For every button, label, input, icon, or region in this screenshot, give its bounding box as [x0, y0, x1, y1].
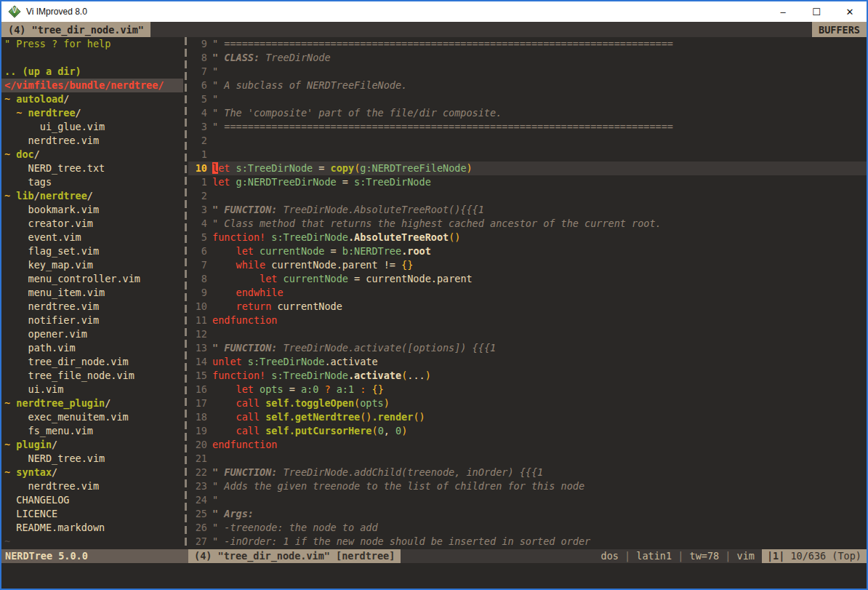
tree-item[interactable]: exec_menuitem.vim [1, 410, 183, 424]
tree-item[interactable]: ~ plugin/ [1, 438, 183, 452]
tree-item[interactable]: NERD_tree.txt [1, 162, 183, 175]
code-text: endfunction [212, 438, 867, 452]
code-line[interactable]: 2 [188, 189, 867, 203]
code-line[interactable]: 25" Args: [188, 507, 867, 521]
code-line[interactable]: 1 [188, 148, 867, 162]
tree-item[interactable]: tree_dir_node.vim [1, 355, 183, 369]
statusline-position: |1| 10/636 (Top) [762, 549, 867, 563]
code-line[interactable]: 24" [188, 493, 867, 507]
code-line[interactable]: 20endfunction [188, 438, 867, 452]
code-text: " Class method that returns the highest … [212, 217, 867, 231]
tree-item[interactable]: nerdtree.vim [1, 479, 183, 493]
code-line[interactable]: 18 call self.getNerdtree().render() [188, 410, 867, 424]
code-line[interactable]: 2 [188, 134, 867, 148]
code-line[interactable]: 7" [188, 65, 867, 79]
line-number: 9 [188, 286, 207, 300]
tree-item[interactable]: .. (up a dir) [1, 65, 183, 79]
line-number: 2 [188, 134, 207, 148]
code-text: " -treenode: the node to add [212, 521, 867, 535]
tree-item[interactable]: menu_controller.vim [1, 272, 183, 286]
code-line[interactable]: 10 return currentNode [188, 300, 867, 314]
code-text: " [212, 92, 867, 106]
code-line[interactable]: 1let g:NERDTreeDirNode = s:TreeDirNode [188, 175, 867, 189]
tree-item[interactable]: README.markdown [1, 521, 183, 535]
code-line[interactable]: 15function! s:TreeDirNode.activate(...) [188, 369, 867, 383]
maximize-button[interactable]: ☐ [800, 1, 833, 22]
line-number: 3 [188, 120, 207, 134]
tree-item[interactable]: tree_file_node.vim [1, 369, 183, 383]
code-line[interactable]: 9" =====================================… [188, 37, 867, 51]
tab-active[interactable]: (4) "tree_dir_node.vim" [1, 22, 150, 37]
tree-item[interactable]: flag_set.vim [1, 244, 183, 258]
tree-item[interactable]: bookmark.vim [1, 203, 183, 217]
tree-item[interactable]: key_map.vim [1, 258, 183, 272]
code-line[interactable]: 6" A subclass of NERDTreeFileNode. [188, 79, 867, 92]
tree-item[interactable]: ~ autoload/ [1, 92, 183, 106]
code-line[interactable]: 3" =====================================… [188, 120, 867, 134]
code-text: let currentNode = currentNode.parent [212, 272, 867, 286]
line-number: 5 [188, 231, 207, 244]
code-text [212, 148, 867, 162]
code-line[interactable]: 16 let opts = a:0 ? a:1 : {} [188, 383, 867, 396]
code-line[interactable]: 13" FUNCTION: TreeDirNode.activate([opti… [188, 341, 867, 355]
tree-item[interactable]: nerdtree.vim [1, 300, 183, 314]
code-line[interactable]: 10let s:TreeDirNode = copy(g:NERDTreeFil… [188, 162, 867, 175]
line-number: 22 [188, 466, 207, 479]
statusline-buffer-section: (4) "tree_dir_node.vim" [nerdtree] dos |… [188, 549, 867, 563]
line-number: 4 [188, 106, 207, 120]
tree-item[interactable]: opener.vim [1, 327, 183, 341]
tree-item[interactable]: tags [1, 175, 183, 189]
tree-item[interactable] [1, 51, 183, 65]
tree-item[interactable]: CHANGELOG [1, 493, 183, 507]
code-line[interactable]: 7 while currentNode.parent != {} [188, 258, 867, 272]
code-line[interactable]: 19 call self.putCursorHere(0, 0) [188, 424, 867, 438]
code-line[interactable]: 4" The 'composite' part of the file/dir … [188, 106, 867, 120]
tree-item[interactable]: " Press ? for help [1, 37, 183, 51]
code-line[interactable]: 5function! s:TreeDirNode.AbsoluteTreeRoo… [188, 231, 867, 244]
code-text: " [212, 493, 867, 507]
code-line[interactable]: 6 let currentNode = b:NERDTree.root [188, 244, 867, 258]
code-line[interactable]: 5" [188, 92, 867, 106]
close-button[interactable]: ✕ [833, 1, 867, 22]
tree-item[interactable]: ui_glue.vim [1, 120, 183, 134]
code-line[interactable]: 17 call self.toggleOpen(opts) [188, 396, 867, 410]
tree-item[interactable]: fs_menu.vim [1, 424, 183, 438]
tree-item[interactable]: ~ [1, 535, 183, 549]
tree-item[interactable]: </vimfiles/bundle/nerdtree/ [1, 79, 183, 92]
tree-item[interactable]: nerdtree.vim [1, 134, 183, 148]
command-line [1, 563, 867, 589]
minimize-button[interactable]: – [766, 1, 800, 22]
code-line[interactable]: 14unlet s:TreeDirNode.activate [188, 355, 867, 369]
tree-item[interactable]: ~ syntax/ [1, 466, 183, 479]
code-line[interactable]: 21 [188, 452, 867, 466]
window-separator[interactable] [185, 37, 187, 549]
tree-item[interactable]: event.vim [1, 231, 183, 244]
tree-item[interactable]: NERD_tree.vim [1, 452, 183, 466]
vim-window: V Vi IMproved 8.0 – ☐ ✕ (4) "tree_dir_no… [0, 0, 868, 590]
tree-item[interactable]: path.vim [1, 341, 183, 355]
tree-item[interactable]: LICENCE [1, 507, 183, 521]
line-number: 13 [188, 341, 207, 355]
code-text: " FUNCTION: TreeDirNode.activate([option… [212, 341, 867, 355]
tree-item[interactable]: ~ doc/ [1, 148, 183, 162]
code-line[interactable]: 3" FUNCTION: TreeDirNode.AbsoluteTreeRoo… [188, 203, 867, 217]
tree-item[interactable]: ~ nerdtree_plugin/ [1, 396, 183, 410]
code-line[interactable]: 11endfunction [188, 314, 867, 327]
tree-item[interactable]: notifier.vim [1, 314, 183, 327]
code-line[interactable]: 12 [188, 327, 867, 341]
code-line[interactable]: 8" CLASS: TreeDirNode [188, 51, 867, 65]
code-line[interactable]: 9 endwhile [188, 286, 867, 300]
code-line[interactable]: 4" Class method that returns the highest… [188, 217, 867, 231]
code-line[interactable]: 8 let currentNode = currentNode.parent [188, 272, 867, 286]
code-text: " ======================================… [212, 120, 867, 134]
code-line[interactable]: 22" FUNCTION: TreeDirNode.addChild(treen… [188, 466, 867, 479]
tree-item[interactable]: ui.vim [1, 383, 183, 396]
code-line[interactable]: 23" Adds the given treenode to the list … [188, 479, 867, 493]
code-line[interactable]: 26" -treenode: the node to add [188, 521, 867, 535]
tree-item[interactable]: menu_item.vim [1, 286, 183, 300]
code-line[interactable]: 27" -inOrder: 1 if the new node should b… [188, 535, 867, 549]
tree-item[interactable]: ~ lib/nerdtree/ [1, 189, 183, 203]
tree-item[interactable]: creator.vim [1, 217, 183, 231]
tree-item[interactable]: ~ nerdtree/ [1, 106, 183, 120]
code-text: function! s:TreeDirNode.AbsoluteTreeRoot… [212, 231, 867, 244]
